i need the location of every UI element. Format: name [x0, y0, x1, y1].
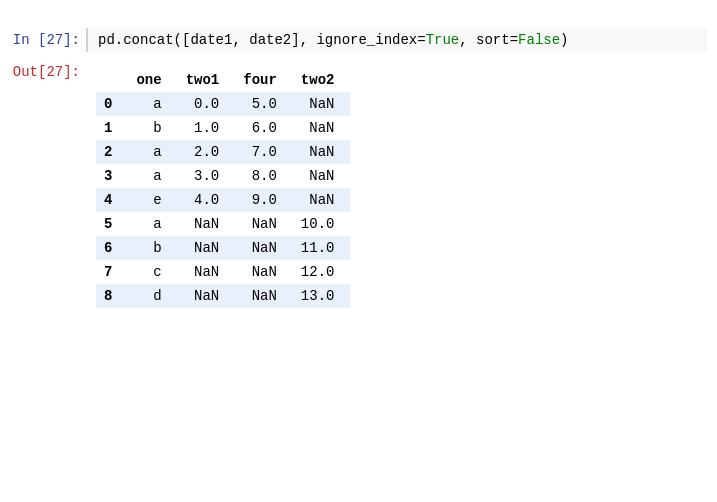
td-two2: 13.0 [293, 284, 351, 308]
td-two1: 1.0 [178, 116, 236, 140]
td-one: a [128, 164, 177, 188]
output-line: Out[27]: one two1 four two2 0a0.05.0NaN1… [0, 60, 717, 312]
table-row: 6bNaNNaN11.0 [96, 236, 350, 260]
td-four: 7.0 [235, 140, 293, 164]
td-two1: 2.0 [178, 140, 236, 164]
code-text: pd.concat([date1, date2], ignore_index=T… [98, 32, 569, 48]
td-two2: NaN [293, 188, 351, 212]
dataframe-table: one two1 four two2 0a0.05.0NaN1b1.06.0Na… [96, 68, 350, 308]
td-two2: 11.0 [293, 236, 351, 260]
td-one: a [128, 212, 177, 236]
th-one: one [128, 68, 177, 92]
table-row: 2a2.07.0NaN [96, 140, 350, 164]
td-four: 5.0 [235, 92, 293, 116]
td-four: NaN [235, 284, 293, 308]
table-row: 8dNaNNaN13.0 [96, 284, 350, 308]
th-two2: two2 [293, 68, 351, 92]
th-index [96, 68, 128, 92]
dataframe-container: one two1 four two2 0a0.05.0NaN1b1.06.0Na… [96, 68, 350, 308]
td-two1: NaN [178, 260, 236, 284]
td-one: b [128, 116, 177, 140]
td-index: 0 [96, 92, 128, 116]
td-two1: NaN [178, 212, 236, 236]
td-index: 3 [96, 164, 128, 188]
td-two2: NaN [293, 140, 351, 164]
td-index: 7 [96, 260, 128, 284]
table-row: 1b1.06.0NaN [96, 116, 350, 140]
out-label: Out[27]: [10, 64, 80, 80]
td-one: d [128, 284, 177, 308]
input-line: In [27]: pd.concat([date1, date2], ignor… [0, 20, 717, 60]
td-one: c [128, 260, 177, 284]
td-two1: 3.0 [178, 164, 236, 188]
td-two2: NaN [293, 92, 351, 116]
th-four: four [235, 68, 293, 92]
table-row: 3a3.08.0NaN [96, 164, 350, 188]
th-two1: two1 [178, 68, 236, 92]
table-header-row: one two1 four two2 [96, 68, 350, 92]
td-two2: NaN [293, 116, 351, 140]
false-keyword: False [518, 32, 560, 48]
td-four: 6.0 [235, 116, 293, 140]
td-two1: 0.0 [178, 92, 236, 116]
td-index: 6 [96, 236, 128, 260]
td-four: 8.0 [235, 164, 293, 188]
td-index: 2 [96, 140, 128, 164]
table-row: 4e4.09.0NaN [96, 188, 350, 212]
td-index: 8 [96, 284, 128, 308]
td-four: NaN [235, 212, 293, 236]
td-index: 1 [96, 116, 128, 140]
td-two1: 4.0 [178, 188, 236, 212]
true-keyword: True [426, 32, 460, 48]
td-four: NaN [235, 260, 293, 284]
td-four: NaN [235, 236, 293, 260]
td-one: b [128, 236, 177, 260]
td-one: a [128, 140, 177, 164]
td-four: 9.0 [235, 188, 293, 212]
td-one: e [128, 188, 177, 212]
notebook-cell: In [27]: pd.concat([date1, date2], ignor… [0, 20, 717, 312]
td-one: a [128, 92, 177, 116]
table-row: 0a0.05.0NaN [96, 92, 350, 116]
td-two2: NaN [293, 164, 351, 188]
td-index: 4 [96, 188, 128, 212]
code-block: pd.concat([date1, date2], ignore_index=T… [86, 28, 707, 52]
in-label: In [27]: [10, 32, 80, 48]
td-two2: 12.0 [293, 260, 351, 284]
td-two1: NaN [178, 284, 236, 308]
td-two2: 10.0 [293, 212, 351, 236]
td-index: 5 [96, 212, 128, 236]
td-two1: NaN [178, 236, 236, 260]
table-row: 7cNaNNaN12.0 [96, 260, 350, 284]
table-row: 5aNaNNaN10.0 [96, 212, 350, 236]
